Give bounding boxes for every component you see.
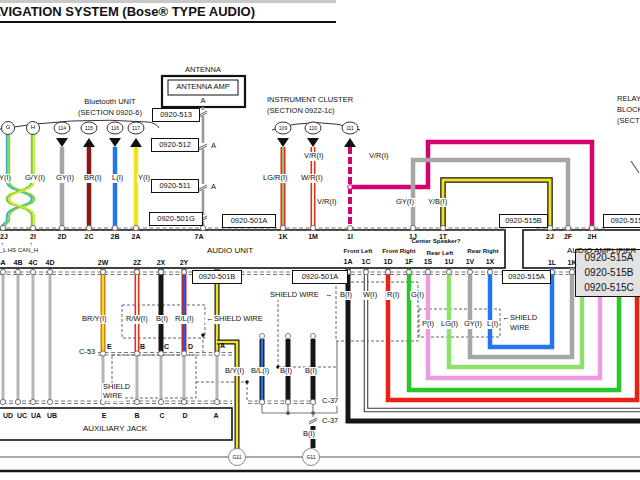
connector-0920-512: 0920-512 (151, 138, 199, 152)
jack-pin-d: D (182, 412, 187, 420)
wire-label-b2: B(I) (279, 367, 293, 376)
wire-label-spk-b: B(I) (339, 291, 353, 300)
wire-label-vr3: V/R(I) (316, 198, 338, 207)
c53-pin-a: A (220, 342, 225, 350)
au-pin-1f: 1F (405, 258, 413, 266)
au-pin-2y: 2Y (180, 259, 189, 267)
ground-stub-wires (259, 333, 337, 448)
shield-label-rear-1: SHIELD (509, 314, 538, 323)
wire-label-bry: BR/Y(I) (81, 315, 108, 324)
shield-label-front: SHIELD WIRE (269, 291, 320, 300)
connector-0920-501b: 0920-501B (192, 270, 242, 284)
connector-0920-501g: 0920-501G (149, 212, 203, 226)
au-pin-1m: 1M (308, 233, 318, 241)
connector-c37-2: C-37 (321, 417, 339, 426)
wire-label-by: B/Y(I) (224, 367, 245, 376)
bluetooth-unit-section: (SECTION 0920-6) (78, 108, 142, 117)
connector-list-box: 0920-515A 0920-515B 0920-515C (575, 249, 640, 297)
au-pin-1s: 1S (424, 258, 433, 266)
au-pin-1d: 1D (384, 258, 393, 266)
au-pin-2x: 2X (157, 259, 166, 267)
terminal-114: 114 (58, 125, 66, 131)
shield-label-rear-2: WIRE (509, 324, 531, 333)
wire-label-spk-p: P(I) (421, 320, 435, 329)
au-pin-2z: 2Z (133, 259, 141, 267)
wire-label-spk-r: R(I) (386, 291, 401, 300)
instrument-cluster-title: INSTRUMENT CLUSTER (267, 95, 353, 104)
top-strip (0, 0, 336, 3)
relay-block-line1: RELAY (617, 94, 640, 103)
center-speaker-label: Center Speaker? (411, 237, 460, 244)
wire-label-gy3: GY(I) (395, 198, 415, 207)
audio-unit-name: AUDIO UNIT (207, 246, 253, 255)
terminal-109: 109 (279, 125, 287, 131)
au-pin-4c: 4C (29, 259, 38, 267)
antenna-title: ANTENNA (185, 65, 221, 74)
connector-list-item: 0920-515B (576, 265, 640, 280)
au-pin-1v: 1V (466, 258, 475, 266)
wire-label-b3: B(I) (304, 367, 318, 376)
connector-c37-1: C-37 (321, 397, 339, 406)
wire-label-br: BR(I) (83, 174, 103, 183)
jack-pin-e: E (102, 412, 107, 420)
c53-pin-c: C (164, 343, 169, 351)
auxiliary-jack-name: AUXILIARY JACK (83, 424, 147, 433)
shield-label-aux-2: WIRE (102, 392, 124, 401)
wire-label-spk-gy: GY(I) (463, 320, 483, 329)
au-pin-7a: 7A (195, 233, 204, 241)
bluetooth-wires (62, 147, 136, 227)
ground-g11-2: G11 (306, 454, 315, 460)
group-front-right: Front Right (382, 247, 415, 254)
c53-pin-e: E (107, 343, 112, 351)
shield-arrow-right: → (324, 291, 334, 300)
au-pin-4a: 4A (0, 259, 5, 267)
can-bus-label: CAN_L HS CAN_H (0, 247, 38, 254)
amp-pin-2h: 2H (588, 233, 597, 241)
wire-label-spk-lg: LG(I) (440, 320, 459, 329)
connector-list-item: 0920-515C (576, 280, 640, 295)
connector-0920-513: 0920-513 (152, 108, 200, 122)
wiring-diagram: NAVIGATION SYSTEM (Bose® TYPE AUDIO) Blu… (0, 0, 640, 480)
page-title: NAVIGATION SYSTEM (Bose® TYPE AUDIO) (0, 4, 255, 19)
au-pin-2a: 2A (132, 233, 141, 241)
riser-label-a2: A (211, 182, 216, 191)
au-pin-2j: 2J (0, 233, 8, 241)
wire-label-spk-l: L(I) (486, 320, 499, 329)
wire-label-b-ground: B(I) (302, 430, 316, 439)
wire-label-y2: Y(I) (137, 174, 151, 183)
relay-brace (631, 161, 639, 173)
antenna-pin-a: A (200, 96, 205, 105)
wire-label-spk-w: W(I) (362, 291, 378, 300)
jack-pin-c: C (159, 412, 164, 420)
wire-label-wr: W/R(I) (300, 174, 324, 183)
terminal-110: 110 (309, 125, 317, 131)
wire-label-l: L(I) (111, 174, 124, 183)
antenna-feeder-wire (199, 107, 207, 227)
connector-0920-501a-top: 0920-501A (222, 214, 276, 228)
au-pin-2b: 2B (111, 233, 120, 241)
au-pin-2c: 2C (85, 233, 94, 241)
title-underline (0, 21, 336, 23)
terminal-111: 111 (346, 125, 354, 131)
connector-c53: C-53 (78, 348, 96, 357)
wire-label-rl: R/L(I) (174, 315, 195, 324)
antenna-amp-label: ANTENNA AMP (176, 82, 229, 91)
wire-label-bl: B/L(I) (250, 367, 270, 376)
au-pin-2i: 2I (30, 233, 36, 241)
jack-pin-uc: UC (17, 412, 27, 420)
riser-label-a1: A (211, 141, 216, 150)
terminal-h: H (31, 124, 35, 131)
au-pin-4d: 4D (46, 259, 55, 267)
wire-label-spk-g: G(I) (410, 291, 425, 300)
connector-0920-511: 0920-511 (151, 179, 199, 193)
connector-0920-515b-right: 0920-515B (603, 214, 640, 228)
group-front-left: Front Left (344, 247, 373, 254)
terminal-115: 115 (85, 125, 93, 131)
jack-pin-b: B (134, 412, 139, 420)
au-pin-1c: 1C (362, 258, 371, 266)
wire-label-gy1: G/Y(I) (24, 174, 46, 183)
wire-label-b1: B(I) (155, 315, 169, 324)
wire-label-vr1: V/R(I) (303, 152, 325, 161)
connector-0920-515a: 0920-515A (502, 270, 551, 284)
wire-label-yb: Y/B(I) (427, 198, 448, 207)
